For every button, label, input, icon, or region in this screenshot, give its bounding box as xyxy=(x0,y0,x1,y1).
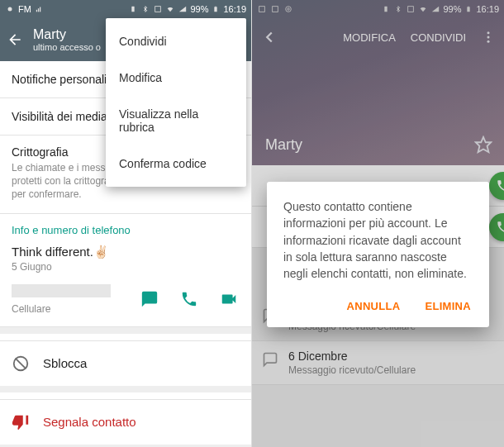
svg-rect-3 xyxy=(40,7,40,12)
bars-icon xyxy=(35,4,45,14)
menu-edit[interactable]: Modifica xyxy=(106,59,246,96)
whatsapp-contact-screen: FM 9 xyxy=(0,0,252,447)
back-arrow-icon[interactable] xyxy=(7,31,23,48)
last-seen-label: ultimo accesso o xyxy=(33,42,101,52)
phone-type-label: Cellulare xyxy=(12,303,111,315)
message-icon[interactable] xyxy=(140,290,159,308)
wifi-icon xyxy=(165,4,175,14)
unblock-label: Sblocca xyxy=(43,356,87,370)
svg-rect-1 xyxy=(36,10,37,12)
thumb-down-icon xyxy=(12,413,30,431)
svg-rect-6 xyxy=(215,7,217,12)
video-call-icon[interactable] xyxy=(220,290,238,308)
menu-view-in-addressbook[interactable]: Visualizza nella rubrica xyxy=(106,96,246,145)
nfc-icon xyxy=(153,4,163,14)
contacts-detail-screen: 99% 16:19 MODIFICA CONDIVIDI xyxy=(252,0,504,447)
report-contact-row[interactable]: Segnala contatto xyxy=(0,399,251,445)
signal-icon xyxy=(178,4,188,14)
svg-point-0 xyxy=(8,7,12,12)
delete-confirm-dialog: Questo contatto contiene informazioni pe… xyxy=(267,182,489,327)
unblock-row[interactable]: Sblocca xyxy=(0,340,251,386)
custom-notifications-label: Notifiche personali xyxy=(12,73,107,86)
carrier-label: FM xyxy=(18,4,31,14)
svg-rect-7 xyxy=(216,7,216,7)
dialog-cancel-button[interactable]: ANNULLA xyxy=(345,295,402,317)
unblock-icon xyxy=(12,354,30,373)
clock-label: 16:19 xyxy=(223,4,246,14)
svg-rect-4 xyxy=(132,7,135,12)
call-icon[interactable] xyxy=(180,290,198,308)
phone-number-masked xyxy=(12,284,111,297)
report-label: Segnala contatto xyxy=(43,415,136,429)
svg-line-9 xyxy=(16,358,26,369)
svg-rect-5 xyxy=(155,7,161,12)
bluetooth-icon xyxy=(140,4,150,14)
overflow-menu: Condividi Modifica Visualizza nella rubr… xyxy=(106,18,246,187)
radio-icon xyxy=(5,4,15,14)
dialog-text: Questo contatto contiene informazioni pe… xyxy=(283,198,473,282)
status-date: 5 Giugno xyxy=(12,261,240,273)
media-visibility-label: Visibilità dei media xyxy=(12,110,107,123)
menu-share[interactable]: Condividi xyxy=(106,23,246,59)
status-text: Think different.✌🏻 xyxy=(12,245,240,259)
status-bar: FM 9 xyxy=(0,0,251,18)
battery-percent: 99% xyxy=(190,4,208,14)
info-header: Info e numero di telefono xyxy=(12,224,240,236)
dialog-delete-button[interactable]: ELIMINA xyxy=(423,295,473,317)
svg-rect-2 xyxy=(38,8,39,12)
menu-confirm-code[interactable]: Conferma codice xyxy=(106,145,246,182)
contact-name: Marty xyxy=(33,27,101,42)
info-section: Info e numero di telefono Think differen… xyxy=(0,214,251,327)
battery-icon xyxy=(211,4,221,14)
vibrate-icon xyxy=(128,4,138,14)
